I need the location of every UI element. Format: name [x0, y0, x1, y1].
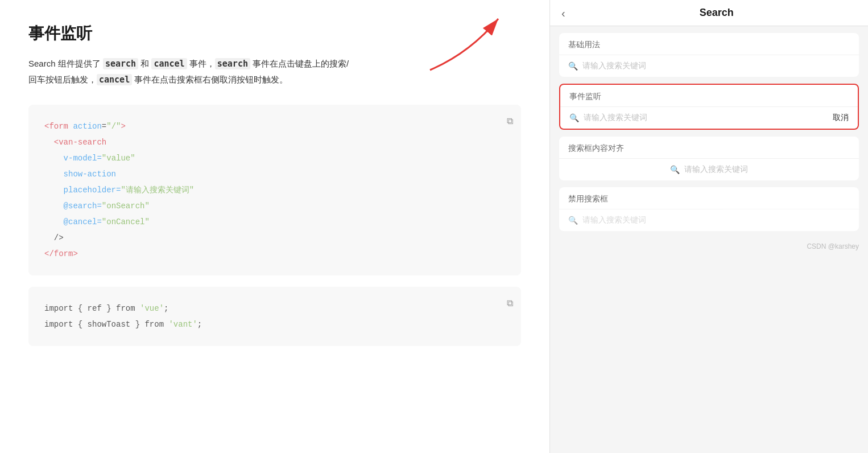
keyword-search2: search [215, 58, 250, 69]
section-event: 事件监听 🔍 请输入搜索关键词 取消 [559, 84, 859, 130]
right-panel: ‹ Search 基础用法 🔍 请输入搜索关键词 事件监听 🔍 请输入搜索关键词… [549, 0, 868, 453]
page-title: 事件监听 [28, 23, 521, 44]
search-placeholder-event: 请输入搜索关键词 [584, 113, 828, 123]
right-content: 基础用法 🔍 请输入搜索关键词 事件监听 🔍 请输入搜索关键词 取消 搜索框内容… [550, 26, 868, 453]
section-disabled: 禁用搜索框 🔍 请输入搜索关键词 [559, 187, 859, 231]
search-bar-disabled: 🔍 请输入搜索关键词 [559, 209, 859, 231]
section-align-label: 搜索框内容对齐 [559, 137, 859, 158]
section-align: 搜索框内容对齐 🔍 请输入搜索关键词 [559, 137, 859, 180]
code-line-7: @cancel="onCancel" [44, 214, 505, 230]
footer-credit: CSDN @karshey [550, 238, 868, 255]
keyword-search1: search [103, 58, 138, 69]
section-basic-label: 基础用法 [559, 33, 859, 55]
import-line-1: import { ref } from 'vue'; [44, 300, 505, 316]
cancel-button-event[interactable]: 取消 [833, 113, 849, 123]
section-event-label: 事件监听 [560, 85, 858, 106]
search-icon-disabled: 🔍 [568, 216, 578, 225]
section-basic: 基础用法 🔍 请输入搜索关键词 [559, 33, 859, 77]
section-disabled-label: 禁用搜索框 [559, 187, 859, 209]
code-block-1: ⧉ <form action="/"> <van-search v-model=… [28, 105, 521, 275]
code-block-2: ⧉ import { ref } from 'vue'; import { sh… [28, 287, 521, 346]
search-placeholder-basic: 请输入搜索关键词 [582, 61, 850, 71]
search-placeholder-align: 请输入搜索关键词 [684, 164, 748, 175]
code-line-4: show-action [44, 166, 505, 182]
description: Search 组件提供了 search 和 cancel 事件，search 事… [28, 56, 521, 88]
search-icon-align: 🔍 [670, 165, 680, 174]
import-line-2: import { showToast } from 'vant'; [44, 316, 505, 332]
code-line-1: <form action="/"> [44, 118, 505, 134]
search-placeholder-disabled: 请输入搜索关键词 [582, 215, 850, 225]
description-wrapper: Search 组件提供了 search 和 cancel 事件，search 事… [28, 56, 521, 88]
search-bar-align[interactable]: 🔍 请输入搜索关键词 [559, 158, 859, 180]
search-icon-event: 🔍 [569, 113, 579, 122]
copy-icon-1[interactable]: ⧉ [507, 113, 513, 131]
code-line-9: </form> [44, 246, 505, 262]
search-bar-basic[interactable]: 🔍 请输入搜索关键词 [559, 55, 859, 77]
panel-title: Search [577, 7, 857, 19]
right-header: ‹ Search [550, 0, 868, 26]
code-line-6: @search="onSearch" [44, 198, 505, 214]
search-bar-event[interactable]: 🔍 请输入搜索关键词 取消 [560, 106, 858, 129]
left-panel: 事件监听 Search 组件提供了 search 和 cancel 事件，sea… [0, 0, 549, 453]
code-line-5: placeholder="请输入搜索关键词" [44, 182, 505, 198]
code-line-3: v-model="value" [44, 150, 505, 166]
code-line-8: /> [44, 230, 505, 246]
keyword-cancel1: cancel [151, 58, 187, 69]
back-button[interactable]: ‹ [561, 7, 565, 19]
keyword-cancel2: cancel [97, 74, 132, 85]
code-line-2: <van-search [44, 134, 505, 150]
copy-icon-2[interactable]: ⧉ [507, 295, 513, 313]
search-icon-basic: 🔍 [568, 61, 578, 71]
